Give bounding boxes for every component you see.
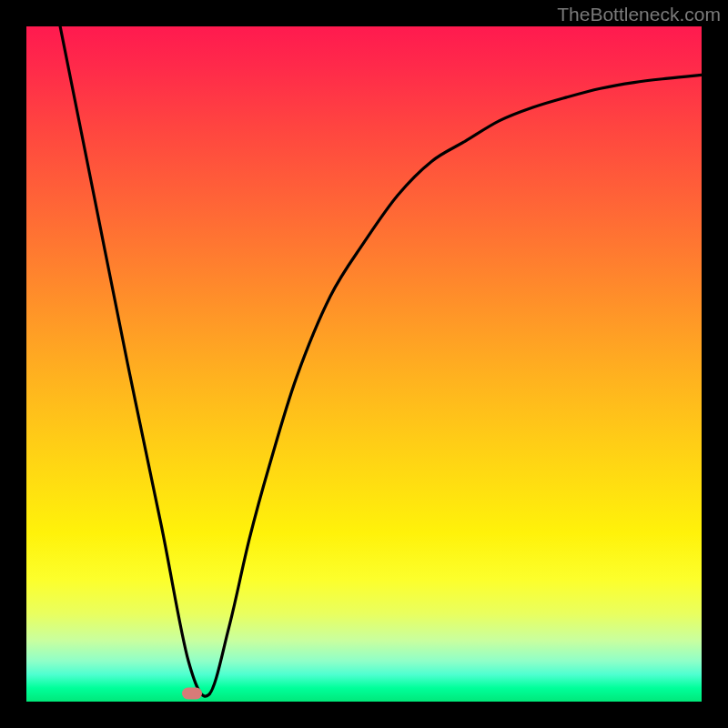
curve-layer — [26, 26, 702, 702]
chart-container: TheBottleneck.com — [0, 0, 728, 728]
watermark-text: TheBottleneck.com — [557, 4, 721, 25]
curve-path — [60, 26, 702, 696]
bottleneck-marker — [182, 688, 202, 700]
plot-area — [26, 26, 702, 702]
